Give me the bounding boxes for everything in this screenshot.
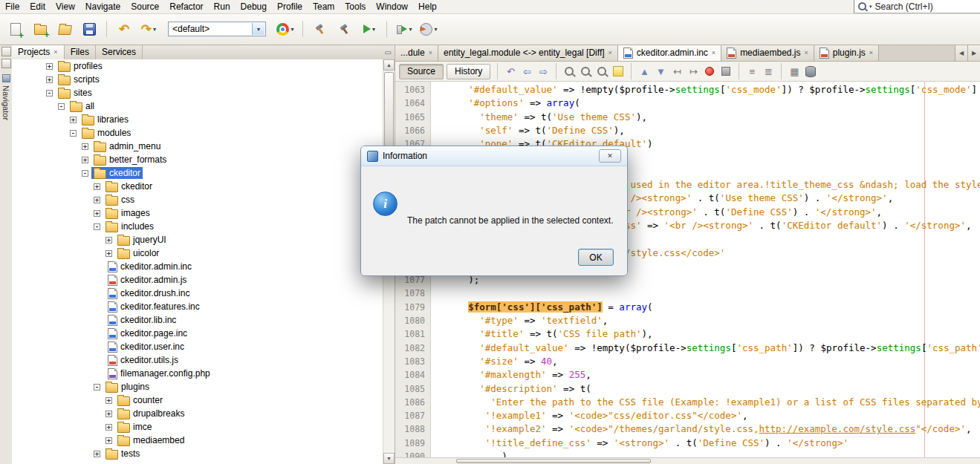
- collapse-icon[interactable]: -: [82, 170, 88, 177]
- expand-icon[interactable]: +: [82, 143, 88, 150]
- close-icon[interactable]: ×: [805, 49, 808, 56]
- profile-project-button[interactable]: ▾: [418, 19, 440, 39]
- expand-icon[interactable]: +: [46, 76, 53, 83]
- menu-edit[interactable]: Edit: [25, 1, 51, 13]
- menu-tools[interactable]: Tools: [340, 1, 371, 13]
- tree-item-modules[interactable]: -modules: [12, 126, 383, 140]
- tree-item-admin-menu[interactable]: +admin_menu: [12, 140, 383, 153]
- tree-item-css[interactable]: +css: [12, 193, 383, 206]
- run-project-button[interactable]: ▾: [358, 19, 380, 39]
- save-all-button[interactable]: [78, 19, 100, 39]
- scroll-down-icon[interactable]: ▼: [383, 453, 395, 464]
- tree-item-tests[interactable]: +tests: [12, 447, 383, 460]
- menu-source[interactable]: Source: [126, 1, 164, 13]
- find-selection-icon[interactable]: [562, 64, 577, 79]
- tree-item-sites[interactable]: -sites: [12, 86, 383, 99]
- memory-view-icon[interactable]: [803, 64, 818, 79]
- collapse-icon[interactable]: -: [58, 103, 65, 110]
- expand-icon[interactable]: +: [94, 197, 100, 203]
- doc-tab-plugin-js[interactable]: plugin.js×: [814, 45, 879, 61]
- expand-icon[interactable]: +: [94, 183, 100, 190]
- tree-item-ckeditor[interactable]: +ckeditor: [12, 180, 383, 193]
- chevron-down-icon[interactable]: ▼: [252, 23, 265, 35]
- diff-view-icon[interactable]: ▦: [787, 64, 802, 79]
- collapse-icon[interactable]: -: [70, 130, 77, 137]
- close-icon[interactable]: ×: [429, 49, 432, 56]
- tree-item-includes[interactable]: -includes: [12, 220, 383, 233]
- tree-item-ckeditor-lib-inc[interactable]: ckeditor.lib.inc: [12, 313, 383, 327]
- tree-item-scripts[interactable]: +scripts: [12, 73, 383, 86]
- expand-icon[interactable]: +: [82, 157, 88, 163]
- tree-item-jqueryui[interactable]: +jqueryUI: [12, 233, 383, 246]
- expand-icon[interactable]: +: [106, 411, 112, 417]
- comment-icon[interactable]: ≡: [744, 64, 759, 79]
- start-macro-recording-icon[interactable]: [702, 64, 717, 79]
- tree-item-ckeditor-page-inc[interactable]: ckeditor.page.inc: [12, 327, 383, 340]
- expand-icon[interactable]: +: [106, 397, 112, 404]
- debug-project-button[interactable]: ▾: [393, 19, 415, 39]
- last-edit-icon[interactable]: ↶: [503, 64, 518, 79]
- tree-item-better-formats[interactable]: +better_formats: [12, 153, 383, 166]
- expand-icon[interactable]: +: [46, 63, 53, 70]
- menu-view[interactable]: View: [51, 1, 80, 13]
- back-icon[interactable]: ⇦: [519, 64, 534, 79]
- panel-tab-projects[interactable]: Projects×: [12, 45, 65, 59]
- stop-macro-recording-icon[interactable]: [718, 64, 733, 79]
- collapse-icon[interactable]: -: [94, 384, 100, 391]
- redo-button[interactable]: ↷▾: [137, 19, 160, 39]
- tree-item-ckeditor-drush-inc[interactable]: ckeditor.drush.inc: [12, 287, 383, 300]
- next-bookmark-icon[interactable]: ▼: [653, 64, 668, 79]
- tree-item-all[interactable]: -all: [12, 99, 383, 113]
- collapse-icon[interactable]: -: [46, 90, 53, 97]
- menu-profile[interactable]: Profile: [272, 1, 308, 13]
- tree-item-images[interactable]: +images: [12, 206, 383, 220]
- tree-item-ckeditor[interactable]: -ckeditor: [12, 166, 383, 180]
- panel-tab-services[interactable]: Services: [96, 45, 143, 59]
- clean-build-project-button[interactable]: [334, 19, 356, 39]
- close-icon[interactable]: ×: [869, 49, 873, 56]
- find-next-icon[interactable]: [594, 64, 609, 79]
- shift-line-left-icon[interactable]: ↤: [669, 64, 684, 79]
- expand-icon[interactable]: +: [106, 437, 112, 444]
- menu-debug[interactable]: Debug: [236, 1, 272, 13]
- tree-item-profiles[interactable]: +profiles: [12, 59, 383, 73]
- uncomment-icon[interactable]: ≣: [761, 64, 776, 79]
- undo-button[interactable]: ↶: [113, 19, 135, 39]
- scroll-tabs-left-icon[interactable]: ◀: [955, 45, 967, 61]
- close-icon[interactable]: ×: [712, 49, 715, 56]
- new-project-button[interactable]: [29, 19, 51, 39]
- editor-horizontal-scrollbar[interactable]: [395, 457, 980, 464]
- doc-tab-ckeditor-admin-inc[interactable]: ckeditor.admin.inc×: [618, 45, 721, 61]
- build-project-button[interactable]: [309, 19, 331, 39]
- menu-refactor[interactable]: Refactor: [164, 1, 208, 13]
- minimize-panel-icon[interactable]: ▭: [385, 45, 395, 59]
- expand-icon[interactable]: +: [94, 451, 100, 457]
- collapse-icon[interactable]: -: [94, 223, 100, 230]
- tree-item-ckeditor-admin-js[interactable]: ckeditor.admin.js: [12, 273, 383, 287]
- toggle-highlight-search-icon[interactable]: [611, 64, 626, 79]
- history-view-button[interactable]: History: [447, 64, 490, 79]
- doc-tab-mediaembed-js[interactable]: mediaembed.js×: [721, 45, 814, 61]
- dock-icon[interactable]: [1, 59, 11, 68]
- close-icon[interactable]: ×: [53, 48, 57, 56]
- menu-help[interactable]: Help: [413, 1, 442, 13]
- quick-search[interactable]: ▾ Search (Ctrl+I): [854, 0, 980, 13]
- tree-item-ckeditor-features-inc[interactable]: ckeditor.features.inc: [12, 300, 383, 313]
- ok-button[interactable]: OK: [578, 249, 614, 266]
- doc-tab-dule[interactable]: ...dule×: [395, 45, 438, 61]
- browser-select-button[interactable]: ▾: [274, 19, 296, 39]
- tree-item-ckeditor-admin-inc[interactable]: ckeditor.admin.inc: [12, 260, 383, 273]
- expand-icon[interactable]: +: [94, 210, 100, 217]
- dock-icon[interactable]: [1, 47, 11, 56]
- expand-icon[interactable]: +: [106, 250, 112, 257]
- close-icon[interactable]: ×: [609, 49, 612, 56]
- navigator-minimized-tab[interactable]: Navigator: [0, 74, 12, 120]
- new-file-button[interactable]: [4, 19, 27, 39]
- tree-item-filemanager-config-php[interactable]: filemanager.config.php: [12, 367, 383, 380]
- search-input[interactable]: Search (Ctrl+I): [875, 1, 933, 12]
- configuration-selector[interactable]: <default> ▼: [168, 22, 266, 36]
- menu-team[interactable]: Team: [308, 1, 340, 13]
- tree-item-plugins[interactable]: -plugins: [12, 380, 383, 393]
- expand-icon[interactable]: +: [70, 117, 77, 123]
- scroll-up-icon[interactable]: ▲: [383, 59, 395, 71]
